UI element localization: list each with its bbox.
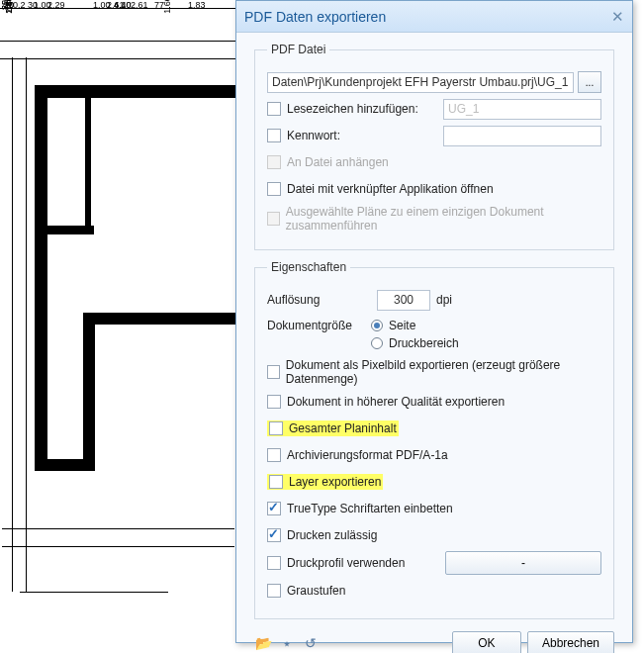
load-icon[interactable]: 📂 (254, 634, 272, 652)
grayscale-checkbox[interactable]: Graustufen (267, 584, 345, 598)
cancel-button[interactable]: Abbrechen (527, 631, 614, 653)
pdf-path-input[interactable] (267, 72, 574, 93)
dialog-titlebar[interactable]: PDF Daten exportieren ✕ (236, 1, 632, 33)
password-label: Kennwort: (287, 129, 340, 142)
pdfa-checkbox[interactable]: Archivierungsformat PDF/A-1a (267, 448, 448, 462)
all-content-label: Gesamter Planinhalt (289, 421, 397, 435)
append-checkbox: An Datei anhängen (267, 155, 389, 169)
reset-icon[interactable]: ↺ (302, 634, 320, 652)
docsize-area-radio[interactable] (371, 337, 383, 349)
open-app-checkbox[interactable]: Datei mit verknüpfter Applikation öffnen (267, 182, 494, 196)
print-allowed-checkbox[interactable]: Drucken zulässig (267, 528, 377, 542)
print-profile-button[interactable]: - (445, 551, 601, 575)
pixel-export-label: Dokument als Pixelbild exportieren (erze… (286, 358, 601, 386)
all-content-checkbox[interactable]: Gesamter Planinhalt (269, 421, 397, 435)
pixel-export-checkbox[interactable]: Dokument als Pixelbild exportieren (erze… (267, 358, 601, 386)
docsize-page-radio[interactable] (371, 320, 383, 331)
truetype-checkbox[interactable]: TrueType Schriftarten einbetten (267, 502, 453, 515)
docsize-page-label: Seite (389, 319, 415, 332)
dialog-title: PDF Daten exportieren (244, 9, 386, 25)
high-quality-checkbox[interactable]: Dokument in höherer Qualität exportieren (267, 395, 505, 409)
high-quality-label: Dokument in höherer Qualität exportieren (287, 395, 505, 409)
print-profile-checkbox[interactable]: Druckprofil verwenden (267, 556, 405, 570)
pdfa-label: Archivierungsformat PDF/A-1a (287, 448, 448, 462)
browse-button[interactable]: ... (578, 71, 601, 93)
grayscale-label: Graustufen (287, 584, 345, 598)
merge-checkbox: Ausgewählte Pläne zu einem einzigen Doku… (267, 205, 601, 233)
truetype-label: TrueType Schriftarten einbetten (287, 502, 453, 515)
group-properties: Eigenschaften Auflösung dpi Dokumentgröß… (254, 260, 614, 619)
bookmark-label: Lesezeichen hinzufügen: (287, 102, 418, 116)
print-profile-label: Druckprofil verwenden (287, 556, 405, 570)
append-label: An Datei anhängen (287, 155, 389, 169)
group-pdf-file: PDF Datei ... Lesezeichen hinzufügen: Ke… (254, 43, 614, 250)
group-pdf-file-legend: PDF Datei (267, 43, 329, 56)
resolution-unit: dpi (436, 293, 452, 307)
bookmark-checkbox[interactable]: Lesezeichen hinzufügen: (267, 102, 418, 116)
bookmark-input[interactable] (443, 99, 601, 120)
save-icon[interactable]: ⭑ (278, 634, 296, 652)
password-input[interactable] (443, 126, 601, 146)
merge-label: Ausgewählte Pläne zu einem einzigen Doku… (286, 205, 601, 233)
resolution-input[interactable] (377, 290, 430, 311)
password-checkbox[interactable]: Kennwort: (267, 129, 340, 142)
print-allowed-label: Drucken zulässig (287, 528, 377, 542)
close-icon[interactable]: ✕ (611, 8, 624, 26)
open-app-label: Datei mit verknüpfter Applikation öffnen (287, 182, 494, 196)
docsize-area-label: Druckbereich (389, 336, 459, 350)
resolution-label: Auflösung (267, 293, 371, 307)
layer-export-checkbox[interactable]: Layer exportieren (269, 475, 381, 489)
ok-button[interactable]: OK (452, 631, 521, 653)
layer-export-label: Layer exportieren (289, 475, 381, 489)
group-properties-legend: Eigenschaften (267, 260, 350, 274)
pdf-export-dialog: PDF Daten exportieren ✕ PDF Datei ... Le… (235, 0, 633, 643)
floorplan-background: 20 1.00 2.61 10.2 2.29 1.00 2.61 77 1.83… (0, 0, 257, 653)
docsize-label: Dokumentgröße (267, 319, 371, 332)
